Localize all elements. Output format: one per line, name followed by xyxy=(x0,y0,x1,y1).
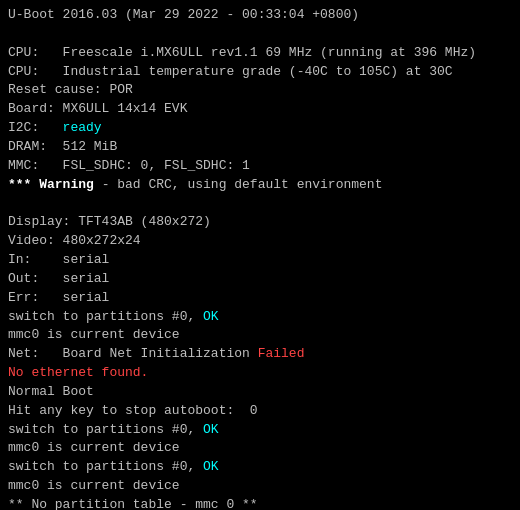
terminal-line: Err: serial xyxy=(8,289,512,308)
terminal-line: ** No partition table - mmc 0 ** xyxy=(8,496,512,510)
terminal-text: Display: TFT43AB (480x272) xyxy=(8,214,211,229)
terminal-text: No ethernet found. xyxy=(8,365,148,380)
terminal-line: Normal Boot xyxy=(8,383,512,402)
terminal-line: Net: Board Net Initialization Failed xyxy=(8,345,512,364)
terminal-line: Video: 480x272x24 xyxy=(8,232,512,251)
terminal-line: Hit any key to stop autoboot: 0 xyxy=(8,402,512,421)
terminal-text: mmc0 is current device xyxy=(8,327,180,342)
terminal-text: switch to partitions #0, xyxy=(8,422,203,437)
terminal-line: Out: serial xyxy=(8,270,512,289)
terminal-line: U-Boot 2016.03 (Mar 29 2022 - 00:33:04 +… xyxy=(8,6,512,25)
terminal-text: ready xyxy=(63,120,102,135)
terminal-line: switch to partitions #0, OK xyxy=(8,458,512,477)
terminal-line: Board: MX6ULL 14x14 EVK xyxy=(8,100,512,119)
terminal-text: OK xyxy=(203,459,219,474)
terminal-text: CPU: Freescale i.MX6ULL rev1.1 69 MHz (r… xyxy=(8,45,476,60)
terminal-line: I2C: ready xyxy=(8,119,512,138)
terminal-text: Out: serial xyxy=(8,271,109,286)
terminal-text: Board: MX6ULL 14x14 EVK xyxy=(8,101,187,116)
terminal-line: No ethernet found. xyxy=(8,364,512,383)
terminal-line xyxy=(8,194,512,213)
terminal-text: OK xyxy=(203,309,219,324)
terminal-text: CPU: Industrial temperature grade (-40C … xyxy=(8,64,453,79)
terminal-line: switch to partitions #0, OK xyxy=(8,308,512,327)
terminal-line: Reset cause: POR xyxy=(8,81,512,100)
terminal-text: mmc0 is current device xyxy=(8,440,180,455)
terminal-text: mmc0 is current device xyxy=(8,478,180,493)
terminal-line: DRAM: 512 MiB xyxy=(8,138,512,157)
terminal-text: switch to partitions #0, xyxy=(8,309,203,324)
terminal-text: I2C: xyxy=(8,120,63,135)
terminal-text: MMC: FSL_SDHC: 0, FSL_SDHC: 1 xyxy=(8,158,250,173)
terminal-text: Normal Boot xyxy=(8,384,94,399)
terminal-line: MMC: FSL_SDHC: 0, FSL_SDHC: 1 xyxy=(8,157,512,176)
terminal-text: DRAM: 512 MiB xyxy=(8,139,117,154)
terminal-text: Net: Board Net Initialization xyxy=(8,346,258,361)
terminal-text: Failed xyxy=(258,346,305,361)
terminal-line: switch to partitions #0, OK xyxy=(8,421,512,440)
terminal-line: CPU: Industrial temperature grade (-40C … xyxy=(8,63,512,82)
terminal-line: CPU: Freescale i.MX6ULL rev1.1 69 MHz (r… xyxy=(8,44,512,63)
terminal-window[interactable]: U-Boot 2016.03 (Mar 29 2022 - 00:33:04 +… xyxy=(0,0,520,510)
terminal-line: mmc0 is current device xyxy=(8,439,512,458)
terminal-text: OK xyxy=(203,422,219,437)
terminal-text: *** Warning xyxy=(8,177,94,192)
terminal-line: *** Warning - bad CRC, using default env… xyxy=(8,176,512,195)
terminal-text: - bad CRC, using default environment xyxy=(94,177,383,192)
terminal-line: Display: TFT43AB (480x272) xyxy=(8,213,512,232)
terminal-text: Reset cause: POR xyxy=(8,82,133,97)
terminal-text: Video: 480x272x24 xyxy=(8,233,141,248)
terminal-text: ** No partition table - mmc 0 ** xyxy=(8,497,258,510)
terminal-line: In: serial xyxy=(8,251,512,270)
terminal-line xyxy=(8,25,512,44)
terminal-line: mmc0 is current device xyxy=(8,326,512,345)
terminal-line: mmc0 is current device xyxy=(8,477,512,496)
terminal-text: U-Boot 2016.03 (Mar 29 2022 - 00:33:04 +… xyxy=(8,7,359,22)
terminal-text: Err: serial xyxy=(8,290,109,305)
terminal-text: switch to partitions #0, xyxy=(8,459,203,474)
terminal-text: In: serial xyxy=(8,252,109,267)
terminal-text: Hit any key to stop autoboot: 0 xyxy=(8,403,258,418)
